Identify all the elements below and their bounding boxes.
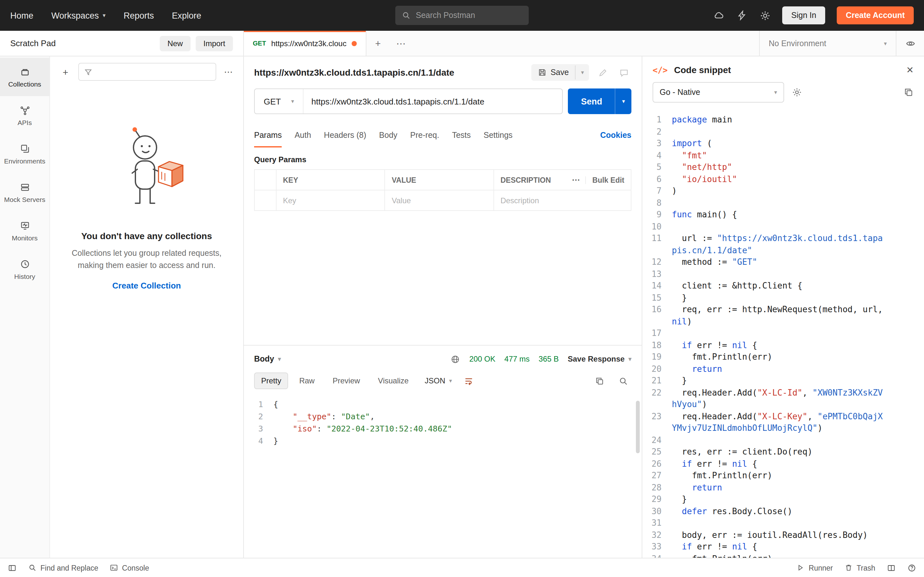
description-input[interactable] — [501, 196, 624, 205]
status-bar: Find and Replace Console Runner Trash — [0, 558, 924, 577]
request-tabs: Params Auth Headers (8) Body Pre-req. Te… — [244, 123, 642, 147]
copy-response-icon[interactable] — [591, 374, 607, 388]
nav-reports[interactable]: Reports — [124, 11, 154, 20]
query-params-title: Query Params — [244, 147, 642, 169]
save-response-button[interactable]: Save Response ▾ — [568, 355, 632, 364]
tab-headers[interactable]: Headers (8) — [324, 123, 367, 147]
cookies-link[interactable]: Cookies — [600, 131, 632, 140]
tab-tests[interactable]: Tests — [452, 123, 471, 147]
view-tab-visualize[interactable]: Visualize — [371, 372, 416, 389]
global-search[interactable] — [395, 6, 529, 25]
tab-body[interactable]: Body — [379, 123, 397, 147]
tab-options-button[interactable]: ⋯ — [389, 31, 413, 56]
format-selector[interactable]: JSON ▾ — [420, 373, 457, 388]
send-button[interactable]: Send ▾ — [568, 89, 632, 114]
bulk-edit-button[interactable]: Bulk Edit — [585, 176, 624, 184]
sidebar-item-apis[interactable]: APIs — [0, 96, 49, 135]
tab-params[interactable]: Params — [254, 123, 282, 147]
send-options-caret[interactable]: ▾ — [615, 89, 632, 114]
code-line: 25 res, err := client.Do(req) — [642, 446, 924, 458]
top-nav: Home Workspaces▾ Reports Explore Sign In… — [0, 0, 924, 31]
url-builder-row: GET ▾ Send ▾ — [244, 86, 642, 123]
lightning-icon[interactable] — [736, 10, 748, 21]
response-status[interactable]: 200 OK — [469, 355, 495, 364]
top-nav-right: Sign In Create Account — [529, 6, 914, 24]
response-scrollbar[interactable] — [636, 401, 640, 453]
sidebar-item-history[interactable]: History — [0, 250, 49, 288]
code-line: 11 url := "https://xw0ntz3k.cloud.tds1.t… — [642, 233, 924, 256]
eye-icon — [905, 38, 915, 48]
import-button[interactable]: Import — [196, 35, 233, 51]
environment-quick-look-button[interactable] — [896, 31, 924, 56]
tab-settings[interactable]: Settings — [483, 123, 512, 147]
url-input[interactable] — [304, 97, 562, 106]
tab-auth[interactable]: Auth — [294, 123, 311, 147]
copy-snippet-icon[interactable] — [903, 87, 914, 97]
nav-explore[interactable]: Explore — [172, 11, 202, 20]
code-snippet-panel: </> Code snippet ✕ Go - Native ▾ 1packag… — [642, 56, 924, 558]
sidebar-item-environments[interactable]: Environments — [0, 135, 49, 173]
search-input[interactable] — [416, 11, 512, 20]
response-body-viewer[interactable]: 1{2 "__type": "Date",3 "iso": "2022-04-2… — [244, 396, 642, 558]
runner-button[interactable]: Runner — [796, 564, 833, 572]
code-line: 22 req.Header.Add("X-LC-Id", "XW0NTz3KXs… — [642, 387, 924, 411]
sidebar-more-button[interactable]: ⋯ — [221, 67, 236, 77]
two-pane-view-button[interactable] — [887, 563, 896, 572]
trash-button[interactable]: Trash — [845, 564, 875, 572]
console-button[interactable]: Console — [110, 564, 149, 572]
sidebar-item-monitors[interactable]: Monitors — [0, 211, 49, 250]
sidebar-item-collections[interactable]: Collections — [0, 58, 49, 96]
sidebar-item-mock-servers[interactable]: Mock Servers — [0, 173, 49, 211]
collection-filter-box[interactable] — [78, 63, 216, 81]
method-selector[interactable]: GET ▾ — [255, 89, 304, 113]
add-tab-button[interactable]: + — [367, 31, 389, 56]
toggle-sidebar-button[interactable] — [8, 563, 17, 572]
new-button[interactable]: New — [160, 35, 191, 51]
network-globe-icon[interactable] — [451, 354, 460, 364]
response-size[interactable]: 365 B — [539, 355, 559, 364]
language-selector[interactable]: Go - Native ▾ — [653, 82, 784, 103]
create-account-button[interactable]: Create Account — [837, 6, 914, 24]
collection-filter-input[interactable] — [96, 67, 210, 76]
comments-icon[interactable] — [617, 65, 632, 80]
search-response-icon[interactable] — [615, 374, 632, 388]
help-icon[interactable] — [907, 563, 916, 572]
column-value: VALUE — [385, 170, 494, 190]
code-line: 24 — [642, 434, 924, 446]
save-button[interactable]: Save ▾ — [531, 64, 589, 81]
request-tab[interactable]: GET https://xw0ntz3k.clouc — [244, 31, 367, 56]
nav-home[interactable]: Home — [10, 11, 33, 20]
code-line: 34 fmt.Println(err) — [642, 553, 924, 558]
close-icon[interactable]: ✕ — [906, 65, 914, 75]
collections-empty-state: You don't have any collections Collectio… — [50, 124, 243, 290]
nav-workspaces[interactable]: Workspaces▾ — [51, 11, 105, 20]
sign-in-button[interactable]: Sign In — [782, 6, 825, 24]
environment-selector[interactable]: No Environment ▾ — [760, 31, 896, 56]
value-input[interactable] — [392, 196, 487, 205]
view-tab-raw[interactable]: Raw — [292, 372, 322, 389]
snippet-settings-gear-icon[interactable] — [792, 87, 802, 97]
response-time[interactable]: 477 ms — [504, 355, 530, 364]
code-snippet-editor[interactable]: 1package main23import (4 "fmt"5 "net/htt… — [642, 109, 924, 558]
response-toolbar: Pretty Raw Preview Visualize JSON ▾ — [244, 372, 642, 396]
tab-title: https://xw0ntz3k.clouc — [271, 39, 347, 48]
empty-collections-illustration — [99, 124, 195, 214]
view-tab-preview[interactable]: Preview — [326, 372, 367, 389]
code-line: 5 "net/http" — [642, 161, 924, 173]
row-select-cell[interactable] — [255, 190, 276, 210]
response-body-dropdown[interactable]: Body ▾ — [254, 355, 281, 364]
column-options-button[interactable]: ⋯ — [567, 175, 585, 185]
code-line: 8 — [642, 197, 924, 209]
rename-pencil-icon[interactable] — [596, 65, 610, 80]
key-input[interactable] — [283, 196, 378, 205]
tab-pre-request[interactable]: Pre-req. — [410, 123, 439, 147]
find-replace-button[interactable]: Find and Replace — [28, 564, 98, 572]
settings-gear-icon[interactable] — [759, 10, 771, 21]
create-collection-link[interactable]: Create Collection — [112, 280, 181, 290]
save-options-caret[interactable]: ▾ — [575, 65, 589, 79]
add-collection-plus-button[interactable]: + — [58, 64, 73, 79]
cloud-icon[interactable] — [713, 10, 724, 21]
wrap-lines-icon[interactable] — [461, 374, 477, 388]
view-tab-pretty[interactable]: Pretty — [254, 372, 288, 389]
code-snippet-title: Code snippet — [674, 65, 900, 75]
